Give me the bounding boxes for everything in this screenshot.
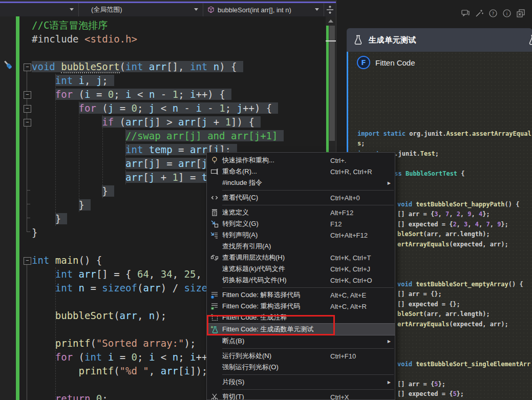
fold-marker[interactable]: −	[24, 91, 31, 99]
menu-item-label: 速览标题(k)/代码文件	[222, 264, 285, 273]
code-line: import static org.junit.Assert.assertArr…	[357, 130, 531, 138]
context-menu-item[interactable]: 查看代码(C)Ctrl+Alt+0	[207, 192, 395, 203]
code-line: s;	[357, 139, 365, 148]
menu-item-label: 查找所有引用(A)	[222, 242, 271, 251]
code-line: //C语言冒泡排序	[32, 18, 108, 32]
fold-marker[interactable]: −	[24, 64, 31, 71]
submenu-arrow-icon: ▶	[388, 380, 391, 385]
code-line: void testBubbleSort_singleElementArr	[397, 360, 530, 369]
menu-item-shortcut: Alt+C, Alt+E	[330, 291, 366, 299]
context-menu-item[interactable]: #include 指令▶	[207, 177, 395, 188]
menu-separator	[222, 190, 394, 191]
split-editor-icon	[326, 6, 334, 14]
menu-item-label: 运行到光标处(N)	[222, 351, 271, 361]
rename-icon	[207, 167, 222, 176]
menu-item-shortcut: F12	[330, 220, 342, 228]
menu-item-label: 切换标题/代码文件(H)	[222, 276, 287, 285]
menu-item-shortcut: Ctrl+F10	[330, 352, 356, 360]
menu-item-label: 片段(S)	[222, 377, 244, 387]
scrollbar-up-arrow-icon[interactable]	[328, 19, 333, 23]
menu-item-label: 快速操作和重构...	[222, 156, 274, 165]
red-annotation-box	[207, 315, 335, 335]
code-line: #include <stdio.h>	[32, 32, 137, 46]
menu-item-label: Fitten Code: 重构选择代码	[222, 302, 300, 311]
menu-item-shortcut: Alt+F12	[330, 209, 353, 217]
code-line: void testBubbleSort_emptyArray() {	[397, 280, 523, 289]
assistant-toolbar: ?i	[336, 7, 532, 22]
go-to-definition-icon	[207, 220, 222, 228]
context-menu-item[interactable]: 转到定义(G)F12	[207, 218, 395, 229]
context-menu-item[interactable]: 强制运行到光标(O)	[207, 362, 395, 373]
fold-marker[interactable]: −	[24, 119, 31, 127]
menu-item-label: 转到声明(A)	[222, 230, 258, 240]
context-menu-item[interactable]: !Fitten Code: 解释选择代码Alt+C, Alt+E	[207, 289, 395, 301]
menu-separator	[222, 348, 394, 349]
context-menu: 快速操作和重构...Ctrl+.重命名(R)...Ctrl+R, Ctrl+R#…	[206, 152, 395, 400]
split-editor-button[interactable]	[324, 3, 336, 16]
info-icon[interactable]: i	[501, 7, 513, 19]
submenu-arrow-icon: ▶	[388, 339, 391, 344]
context-menu-item[interactable]: 重命名(R)...Ctrl+R, Ctrl+R	[207, 166, 395, 177]
scrollbar-caret-marker	[326, 40, 336, 41]
cut-icon	[207, 393, 222, 400]
menu-item-label: 转到定义(G)	[222, 219, 259, 228]
context-menu-item[interactable]: 快速操作和重构...Ctrl+.	[207, 155, 395, 166]
code-line: bleSort(arr, arr.length);	[397, 230, 490, 239]
svg-text:i: i	[506, 11, 508, 16]
menu-separator	[222, 287, 394, 288]
menu-item-shortcut: Ctrl+.	[330, 157, 346, 164]
code-line: [] expected = {2, 3, 4, 7, 9};	[397, 220, 508, 229]
menu-item-shortcut: Alt+C, Alt+R	[330, 303, 367, 310]
menu-item-label: 强制运行到光标(O)	[222, 363, 279, 372]
call-hierarchy-icon	[207, 254, 222, 262]
magic-wand-icon[interactable]	[473, 7, 485, 19]
code-line: [] expected = {5};	[397, 390, 464, 398]
flask-icon-cut	[528, 34, 532, 46]
context-menu-item[interactable]: 查找所有引用(A)	[207, 241, 395, 252]
menu-item-shortcut: Ctrl+Alt+F12	[330, 231, 368, 239]
context-menu-item[interactable]: 切换标题/代码文件(H)Ctrl+K, Ctrl+O	[207, 275, 395, 286]
context-menu-item[interactable]: 转到声明(A)Ctrl+Alt+F12	[207, 229, 395, 241]
context-menu-item[interactable]: 速览标题(k)/代码文件Ctrl+K, Ctrl+J	[207, 263, 395, 275]
menu-item-label: 速览定义	[222, 208, 249, 217]
menu-item-shortcut: Ctrl+Alt+0	[330, 194, 360, 202]
ide-window: (全局范围) bubbleSort(int arr[], int n) − − …	[0, 0, 532, 400]
menu-item-shortcut: Ctrl+K, Ctrl+O	[330, 277, 372, 284]
code-line: [] expected = {};	[397, 300, 460, 309]
context-menu-item[interactable]: 片段(S)▶	[207, 376, 395, 388]
menu-separator	[222, 205, 394, 205]
code-line: [] arr = {5};	[397, 380, 445, 389]
chat-icon[interactable]	[459, 7, 472, 19]
svg-text:?: ?	[492, 11, 495, 16]
code-line: bleSort(arr, arr.length);	[397, 310, 490, 319]
fitten-explain-icon: !	[207, 291, 222, 299]
context-menu-item[interactable]: Fitten Code: 重构选择代码Alt+C, Alt+R	[207, 301, 395, 312]
go-to-declaration-icon	[207, 231, 222, 239]
fitten-refactor-icon	[207, 302, 222, 310]
menu-item-label: 断点(B)	[222, 336, 244, 346]
help-icon[interactable]: ?	[487, 7, 499, 19]
code-line: ertArrayEquals(expected, arr);	[397, 240, 508, 249]
context-menu-item[interactable]: 剪切(T)Ctrl+X	[207, 391, 395, 400]
menu-item-label: 重命名(R)...	[222, 167, 257, 176]
menu-item-shortcut: Ctrl+K, Ctrl+J	[330, 265, 370, 273]
context-menu-item[interactable]: 运行到光标处(N)Ctrl+F10	[207, 350, 395, 362]
svg-text:!: !	[212, 296, 212, 299]
fold-marker[interactable]: −	[24, 105, 31, 113]
context-menu-item[interactable]: 查看调用层次结构(H)Ctrl+K, Ctrl+T	[207, 252, 395, 263]
menu-item-label: #include 指令	[222, 178, 262, 187]
submenu-arrow-icon: ▶	[388, 181, 391, 185]
panel-title: 生成单元测试	[369, 35, 416, 45]
peek-definition-icon	[207, 208, 222, 217]
generate-unit-test-header[interactable]: 生成单元测试	[347, 28, 532, 52]
lightbulb-icon	[207, 156, 222, 164]
menu-item-shortcut: Ctrl+X	[330, 393, 349, 400]
fold-marker[interactable]: −	[24, 257, 31, 265]
code-line: [] arr = {};	[397, 290, 442, 299]
menu-item-label: 查看代码(C)	[222, 193, 258, 202]
menu-separator	[222, 374, 394, 375]
context-menu-item[interactable]: 速览定义Alt+F12	[207, 207, 395, 218]
popout-window-icon[interactable]	[515, 7, 527, 19]
flask-icon	[354, 35, 363, 45]
context-menu-item[interactable]: 断点(B)▶	[207, 335, 395, 347]
